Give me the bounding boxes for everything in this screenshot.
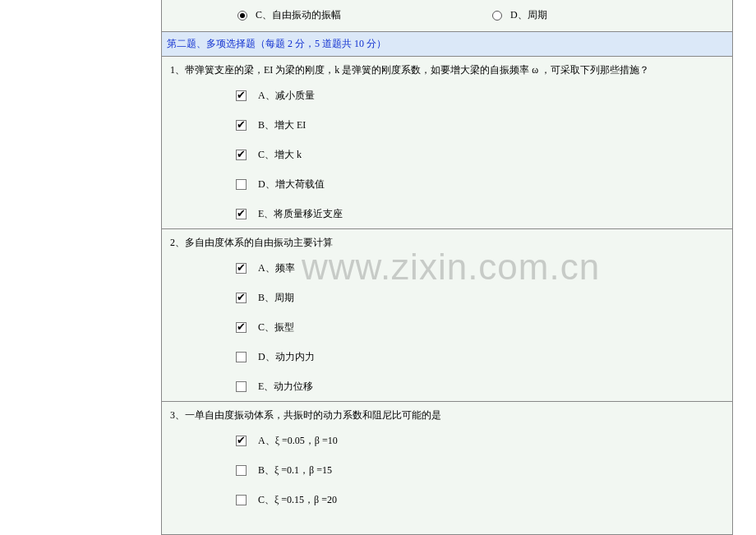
question-1-options: A、减小质量 B、增大 EI C、增大 k D、增大荷载值 E、将质量移近支座	[170, 81, 727, 228]
checkbox-checked-icon	[236, 322, 247, 333]
prev-option-c-label: C、自由振动的振幅	[256, 8, 341, 22]
q1-option-c[interactable]: C、增大 k	[236, 140, 727, 169]
checkbox-checked-icon	[236, 263, 247, 274]
prev-option-d-label: D、周期	[510, 8, 547, 22]
question-1-text: 1、带弹簧支座的梁，EI 为梁的刚度，k 是弹簧的刚度系数，如要增大梁的自振频率…	[170, 62, 727, 81]
option-label: C、增大 k	[258, 148, 302, 162]
q2-option-a[interactable]: A、频率	[236, 253, 727, 283]
q2-option-c[interactable]: C、振型	[236, 312, 727, 342]
checkbox-checked-icon	[236, 90, 247, 101]
section-2-header: 第二题、多项选择题（每题 2 分，5 道题共 10 分）	[162, 31, 732, 56]
q1-option-e[interactable]: E、将质量移近支座	[236, 199, 727, 228]
option-label: D、增大荷载值	[258, 178, 325, 191]
option-label: E、动力位移	[258, 380, 313, 394]
option-label: C、振型	[258, 321, 294, 334]
question-3-options: A、ξ =0.05，β =10 B、ξ =0.1，β =15 C、ξ =0.15…	[170, 426, 727, 514]
checkbox-icon	[236, 381, 247, 392]
q1-option-d[interactable]: D、增大荷载值	[236, 169, 727, 199]
question-2-text: 2、多自由度体系的自由振动主要计算	[170, 234, 727, 253]
question-3-text: 3、一单自由度振动体系，共振时的动力系数和阻尼比可能的是	[170, 407, 727, 426]
checkbox-checked-icon	[236, 436, 247, 446]
question-2: 2、多自由度体系的自由振动主要计算 A、频率 B、周期 C、振型 D、动力内力	[162, 228, 732, 401]
q3-option-b[interactable]: B、ξ =0.1，β =15	[236, 455, 727, 485]
checkbox-icon	[236, 352, 247, 362]
prev-option-c[interactable]: C、自由振动的振幅	[237, 8, 341, 22]
q2-option-b[interactable]: B、周期	[236, 283, 727, 312]
checkbox-icon	[236, 495, 247, 505]
checkbox-icon	[236, 179, 247, 190]
option-label: B、增大 EI	[258, 118, 306, 132]
question-3: 3、一单自由度振动体系，共振时的动力系数和阻尼比可能的是 A、ξ =0.05，β…	[162, 401, 732, 514]
radio-selected-icon	[237, 11, 247, 21]
question-2-options: A、频率 B、周期 C、振型 D、动力内力 E、动力位移	[170, 253, 727, 401]
checkbox-icon	[236, 465, 247, 476]
prev-option-d[interactable]: D、周期	[492, 8, 547, 22]
option-label: A、ξ =0.05，β =10	[258, 434, 338, 448]
q1-option-a[interactable]: A、减小质量	[236, 81, 727, 110]
option-label: B、ξ =0.1，β =15	[258, 464, 332, 477]
checkbox-checked-icon	[236, 209, 247, 219]
option-label: A、减小质量	[258, 89, 315, 103]
q3-option-a[interactable]: A、ξ =0.05，β =10	[236, 426, 727, 455]
q2-option-e[interactable]: E、动力位移	[236, 371, 727, 401]
option-label: D、动力内力	[258, 350, 315, 364]
prev-question-option-row: C、自由振动的振幅 D、周期	[162, 0, 732, 31]
checkbox-checked-icon	[236, 293, 247, 303]
option-label: E、将质量移近支座	[258, 207, 343, 221]
q2-option-d[interactable]: D、动力内力	[236, 342, 727, 371]
q3-option-c[interactable]: C、ξ =0.15，β =20	[236, 485, 727, 514]
question-1: 1、带弹簧支座的梁，EI 为梁的刚度，k 是弹簧的刚度系数，如要增大梁的自振频率…	[162, 56, 732, 228]
checkbox-checked-icon	[236, 150, 247, 160]
checkbox-checked-icon	[236, 120, 247, 131]
option-label: C、ξ =0.15，β =20	[258, 493, 337, 507]
q1-option-b[interactable]: B、增大 EI	[236, 110, 727, 140]
option-label: B、周期	[258, 291, 294, 305]
radio-icon	[492, 11, 502, 21]
option-label: A、频率	[258, 261, 295, 275]
